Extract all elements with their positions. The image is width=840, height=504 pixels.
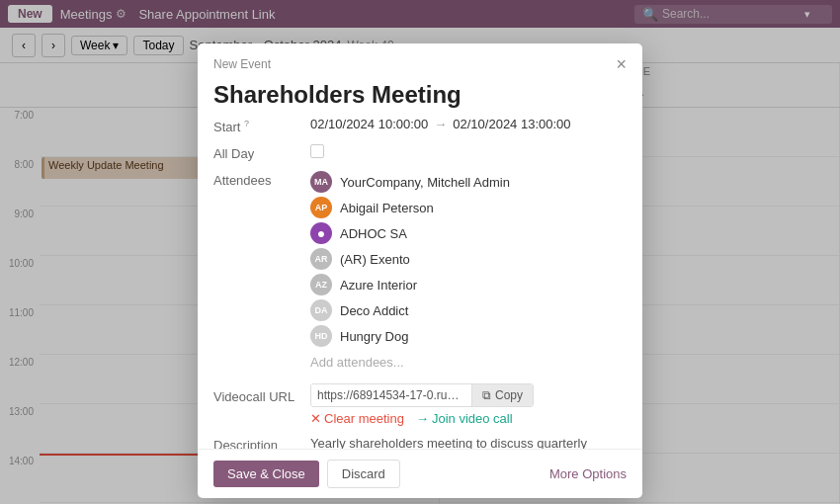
- discard-button[interactable]: Discard: [327, 460, 400, 488]
- avatar: AZ: [310, 274, 332, 295]
- allday-label: All Day: [213, 144, 302, 161]
- attendee-name: Hungry Dog: [340, 329, 408, 344]
- copy-button[interactable]: ⧉ Copy: [471, 384, 533, 406]
- start-row: Start ? 02/10/2024 10:00:00 → 02/10/2024…: [213, 117, 627, 134]
- description-row: Description Yearly shareholders meeting …: [213, 436, 627, 449]
- save-close-button[interactable]: Save & Close: [213, 461, 319, 487]
- avatar: ●: [310, 222, 332, 244]
- list-item: MA YourCompany, Mitchell Admin: [310, 171, 510, 193]
- clear-meeting-label: Clear meeting: [324, 411, 404, 426]
- copy-label: Copy: [495, 388, 523, 402]
- videocall-input-wrap: ⧉ Copy: [310, 383, 534, 407]
- description-label: Description: [213, 436, 302, 449]
- avatar: HD: [310, 325, 332, 347]
- attendee-name: Abigail Peterson: [340, 201, 434, 215]
- clear-icon: ✕: [310, 411, 321, 426]
- copy-icon: ⧉: [482, 388, 491, 402]
- clear-meeting-link[interactable]: ✕ Clear meeting: [310, 411, 404, 426]
- videocall-row: Videocall URL ⧉ Copy ✕ Clear meeting: [213, 383, 627, 426]
- attendee-name: (AR) Exento: [340, 252, 410, 267]
- list-item: AZ Azure Interior: [310, 274, 510, 295]
- avatar: AR: [310, 248, 332, 270]
- start-sup: ?: [244, 119, 249, 128]
- modal-footer: Save & Close Discard More Options: [198, 449, 642, 498]
- attendee-name: Azure Interior: [340, 278, 417, 293]
- attendee-name: ADHOC SA: [340, 226, 407, 241]
- description-text: Yearly shareholders meeting to discuss q…: [310, 436, 627, 449]
- videocall-url-field[interactable]: [311, 384, 471, 406]
- join-video-link[interactable]: → Join video call: [416, 411, 513, 426]
- allday-row: All Day: [213, 144, 627, 161]
- allday-checkbox[interactable]: [310, 144, 324, 158]
- attendees-row: Attendees MA YourCompany, Mitchell Admin…: [213, 171, 627, 374]
- avatar: AP: [310, 197, 332, 218]
- end-datetime: 02/10/2024 13:00:00: [453, 117, 570, 131]
- modal-header-label: New Event: [213, 57, 271, 71]
- add-attendees-input[interactable]: Add attendees...: [310, 351, 510, 374]
- attendees-list: MA YourCompany, Mitchell Admin AP Abigai…: [310, 171, 510, 374]
- close-button[interactable]: ×: [616, 55, 627, 73]
- modal-overlay: New Event × Shareholders Meeting Start ?…: [0, 0, 840, 504]
- arrow-icon: →: [434, 117, 447, 131]
- avatar: DA: [310, 299, 332, 321]
- list-item: AR (AR) Exento: [310, 248, 510, 270]
- list-item: DA Deco Addict: [310, 299, 510, 321]
- start-label: Start ?: [213, 117, 302, 134]
- list-item: ● ADHOC SA: [310, 222, 510, 244]
- list-item: HD Hungry Dog: [310, 325, 510, 347]
- join-video-label: Join video call: [432, 411, 513, 426]
- attendee-name: Deco Addict: [340, 303, 408, 318]
- start-datetime: 02/10/2024 10:00:00: [310, 117, 428, 131]
- more-options-button[interactable]: More Options: [549, 466, 627, 481]
- list-item: AP Abigail Peterson: [310, 197, 510, 218]
- avatar: MA: [310, 171, 332, 193]
- modal-header: New Event ×: [198, 43, 642, 77]
- join-icon: →: [416, 411, 429, 426]
- modal-body: Start ? 02/10/2024 10:00:00 → 02/10/2024…: [198, 117, 642, 449]
- attendee-name: YourCompany, Mitchell Admin: [340, 175, 510, 190]
- start-value: 02/10/2024 10:00:00 → 02/10/2024 13:00:0…: [310, 117, 571, 131]
- event-title: Shareholders Meeting: [198, 77, 642, 117]
- new-event-modal: New Event × Shareholders Meeting Start ?…: [198, 43, 642, 498]
- videocall-label: Videocall URL: [213, 387, 302, 404]
- attendees-label: Attendees: [213, 171, 302, 188]
